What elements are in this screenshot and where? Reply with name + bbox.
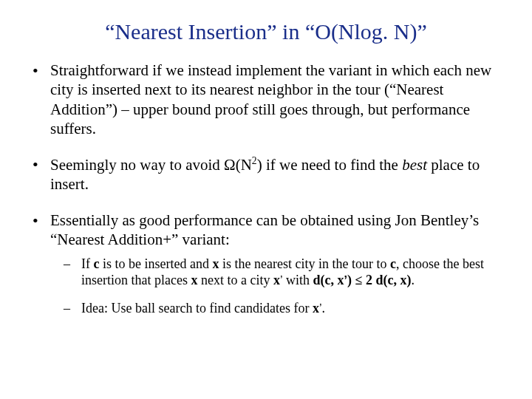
sb2-a: Idea: Use ball search to find candidates… [81,301,313,316]
sb1-h: ) ≤ 2 d(c, x) [347,273,411,287]
title-quote-close-2: ” [417,19,427,44]
title-part-2: in [277,19,305,44]
bullet-2-best: best [402,156,427,174]
bullet-2-b: (N [236,156,252,174]
slide: “Nearest Insertion” in “O(Nlog. N)” Stra… [0,0,532,399]
sb1-c1: c [94,256,100,271]
title-quote-close-1: ” [267,19,276,44]
sb1-g: d(c, x [313,273,344,287]
sb1-f: with [283,273,313,287]
bullet-1-text: Straightforward if we instead implement … [50,61,491,137]
sb1-b: is to be inserted and [100,256,213,271]
sub-bullet-list: If c is to be inserted and x is the near… [64,256,502,317]
title-part-3: O(Nlog. N) [315,19,417,44]
sb2-x: x [313,301,319,316]
sb1-c: is the nearest city in the tour to [219,256,389,271]
title-quote-open-2: “ [305,19,315,44]
sb1-i: . [411,273,415,287]
bullet-1: Straightforward if we instead implement … [30,61,502,138]
bullet-2-a: Seemingly no way to avoid [50,156,224,174]
title-quote-open-1: “ [105,19,115,44]
bullet-2-exp: 2 [252,155,257,166]
sub-bullet-1: If c is to be inserted and x is the near… [64,256,502,289]
sb1-x3: x [273,273,280,287]
sb2-b: . [321,301,325,316]
sb1-c2: c [390,256,396,271]
sb1-e: next to a city [197,273,273,287]
bullet-list: Straightforward if we instead implement … [30,61,502,317]
bullet-3: Essentially as good performance can be o… [30,211,502,317]
title-part-1: Nearest Insertion [115,19,267,44]
bullet-2-c: ) if we need to find the [257,156,403,174]
omega-symbol: Ω [224,156,236,174]
slide-title: “Nearest Insertion” in “O(Nlog. N)” [30,19,502,44]
sub-bullet-2: Idea: Use ball search to find candidates… [64,301,502,317]
bullet-2: Seemingly no way to avoid Ω(N2) if we ne… [30,154,502,194]
sb1-a: If [81,256,94,271]
bullet-3-text: Essentially as good performance can be o… [50,211,479,248]
